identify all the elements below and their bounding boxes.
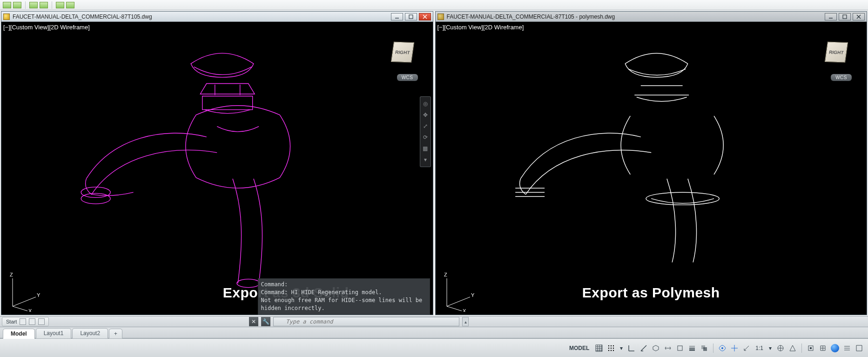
wcs-chip[interactable]: WCS [831,74,852,81]
clean-screen-icon[interactable] [830,343,840,353]
maximize-button[interactable] [405,13,417,20]
command-history[interactable]: Command: Command: HI HIDE Regenerating m… [258,278,430,315]
svg-point-26 [613,345,614,346]
ribbon-swatch[interactable] [29,2,38,8]
viewport-right[interactable]: [−][Custom View][2D Wireframe] [436,22,867,315]
nav-orbit-icon[interactable]: ⟳ [421,133,430,141]
status-dropdown-icon[interactable]: ▾ [767,345,774,351]
dwg-file-icon [437,13,444,20]
annotation-visibility-icon[interactable] [717,343,727,353]
svg-point-28 [611,347,612,348]
minimize-button[interactable] [825,13,837,20]
start-mini-icon [29,318,35,325]
layout-tab-bar: Model Layout1 Layout2 + [0,327,868,338]
ribbon-swatch[interactable] [66,2,74,8]
ribbon-swatch[interactable] [40,2,48,8]
tab-model[interactable]: Model [3,329,35,339]
annotation-scale-icon[interactable] [741,343,752,353]
top-ribbon [0,0,868,10]
ribbon-swatch[interactable] [13,2,21,8]
svg-point-39 [721,347,723,349]
ribbon-swatch[interactable] [56,2,64,8]
command-history-line: Command: [261,281,427,289]
isolate-objects-icon[interactable] [806,343,816,353]
command-line-row: Start ✕ 🔧 ▴ [0,316,868,327]
svg-rect-14 [843,15,847,19]
tab-layout1[interactable]: Layout1 [36,328,72,338]
nav-zoom-icon[interactable]: ⤢ [421,122,430,130]
drawing-window-left: FAUCET-MANUAL-DELTA_COMMERCIAL-87T105.dw… [1,11,433,315]
start-mini-icon [20,318,26,325]
hardware-acceleration-icon[interactable] [818,343,828,353]
statusbar-menu-icon[interactable] [854,343,864,353]
titlebar-right[interactable]: FAUCET-MANUAL-DELTA_COMMERCIAL-87T105 - … [436,12,867,22]
navigation-bar[interactable]: ◎ ✥ ⤢ ⟳ ▦ ▾ [420,96,431,167]
nav-wheel-icon[interactable]: ◎ [421,100,430,108]
viewport-left[interactable]: [−][Custom View][2D Wireframe] [1,22,433,315]
polar-tracking-icon[interactable] [639,343,649,353]
workspace: FAUCET-MANUAL-DELTA_COMMERCIAL-87T105.dw… [0,10,868,316]
viewcube-face[interactable]: RIGHT [825,41,848,62]
svg-point-29 [613,347,614,348]
start-tab[interactable]: Start [2,317,49,326]
svg-rect-42 [810,347,812,349]
viewcube[interactable]: RIGHT [386,36,419,68]
wcs-chip[interactable]: WCS [397,74,418,81]
drawing-left [1,22,433,315]
svg-rect-38 [703,347,707,351]
viewcube-face[interactable]: RIGHT [390,41,414,62]
annotation-scale-value[interactable]: 1:1 [754,345,765,351]
command-history-line: Not enough free RAM for HIDE--some lines… [261,296,427,312]
titlebar-left[interactable]: FAUCET-MANUAL-DELTA_COMMERCIAL-87T105.dw… [1,12,433,22]
command-history-toggle-icon[interactable]: ▴ [462,317,469,326]
nav-pan-icon[interactable]: ✥ [421,111,430,119]
transparency-icon[interactable] [699,343,709,353]
status-model-label[interactable]: MODEL [566,345,592,351]
drawing-right [436,22,867,315]
svg-point-27 [608,347,609,348]
svg-point-32 [613,350,614,350]
customization-icon[interactable] [842,343,852,353]
close-button[interactable] [853,13,865,20]
globe-icon [831,344,839,352]
command-input[interactable] [273,317,459,326]
snap-mode-icon[interactable] [606,343,616,353]
annotation-monitor-icon[interactable] [787,343,798,353]
nav-showmotion-icon[interactable]: ▦ [421,144,430,153]
svg-point-31 [611,350,612,350]
tab-add[interactable]: + [109,329,122,338]
titlebar-text: FAUCET-MANUAL-DELTA_COMMERCIAL-87T105 - … [446,13,825,20]
ribbon-swatch[interactable] [3,2,11,8]
svg-point-30 [608,350,609,350]
close-button[interactable] [419,13,431,20]
lineweight-icon[interactable] [687,343,697,353]
minimize-button[interactable] [391,13,403,20]
object-snap-2d-icon[interactable] [675,343,685,353]
command-prompt-settings-icon[interactable]: 🔧 [261,317,270,326]
ortho-mode-icon[interactable] [626,343,637,353]
svg-point-24 [608,345,609,346]
status-bar: MODEL ▾ 1:1 ▾ [0,338,868,357]
dwg-file-icon [3,13,10,20]
command-history-line: Command: HI HIDE Regenerating model. [261,289,427,296]
svg-rect-33 [678,346,682,350]
nav-expand-icon[interactable]: ▾ [421,155,430,164]
grid-display-icon[interactable] [594,343,604,353]
tab-layout2[interactable]: Layout2 [72,328,108,338]
svg-point-25 [611,345,612,346]
maximize-button[interactable] [839,13,851,20]
status-dropdown-icon[interactable]: ▾ [618,345,625,351]
titlebar-text: FAUCET-MANUAL-DELTA_COMMERCIAL-87T105.dw… [12,13,391,20]
viewcube[interactable]: RIGHT [820,36,853,68]
command-prompt: ✕ 🔧 ▴ [249,317,469,327]
start-label: Start [6,319,17,324]
object-snap-tracking-icon[interactable] [663,343,673,353]
workspace-switching-icon[interactable] [775,343,786,353]
drawing-window-right: FAUCET-MANUAL-DELTA_COMMERCIAL-87T105 - … [435,11,868,315]
isometric-drafting-icon[interactable] [651,343,661,353]
autoscale-icon[interactable] [729,343,740,353]
svg-rect-1 [409,15,413,19]
start-mini-icon [38,318,45,325]
command-prompt-close-icon[interactable]: ✕ [249,317,258,326]
annotation-right: Export as Polymesh [582,285,720,301]
